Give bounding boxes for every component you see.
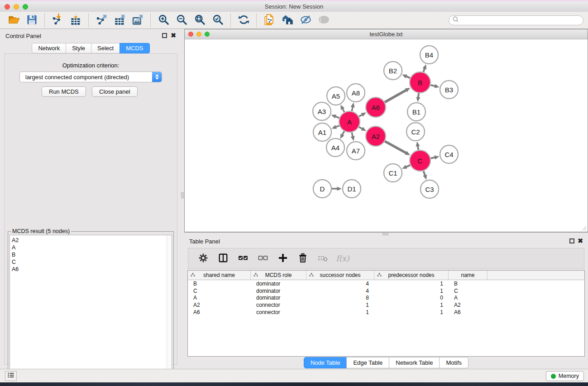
delete-column-button[interactable] xyxy=(296,252,310,265)
table-cell[interactable]: connector xyxy=(251,302,306,308)
run-mcds-button[interactable]: Run MCDS xyxy=(42,86,86,97)
close-panel-button[interactable]: Close panel xyxy=(92,86,138,97)
tab-network[interactable]: Network xyxy=(32,43,66,53)
edge-A6-B[interactable] xyxy=(385,90,407,102)
close-table-panel-icon[interactable]: ✖ xyxy=(578,238,583,244)
eye-icon xyxy=(318,14,330,27)
table-cell[interactable]: 1 xyxy=(374,302,449,308)
table-row[interactable]: A6connector11A6 xyxy=(188,309,584,316)
zoom-out-button[interactable] xyxy=(172,13,191,28)
tab-motifs[interactable]: Motifs xyxy=(439,357,468,368)
import-table-icon xyxy=(70,14,82,27)
result-scrollbar[interactable] xyxy=(167,235,172,384)
zoom-in-button[interactable] xyxy=(154,13,172,28)
import-network-button[interactable] xyxy=(48,13,67,28)
task-history-button[interactable] xyxy=(5,371,17,381)
table-settings-button[interactable] xyxy=(196,252,210,265)
close-panel-icon[interactable]: ✖ xyxy=(171,32,176,38)
table-cell[interactable]: dominator xyxy=(251,281,306,287)
horizontal-splitter[interactable] xyxy=(184,232,588,235)
result-list-item[interactable]: A2 xyxy=(12,237,172,244)
show-graphics-details-button[interactable] xyxy=(315,13,333,28)
node-label-A8: A8 xyxy=(352,89,360,97)
resize-grip-icon[interactable] xyxy=(581,225,587,231)
memory-button[interactable]: Memory xyxy=(546,371,584,381)
float-panel-icon[interactable] xyxy=(162,33,167,38)
criterion-select[interactable]: largest connected component (directed) xyxy=(19,71,162,82)
tab-mcds[interactable]: MCDS xyxy=(120,43,149,53)
column-header-successor-nodes[interactable]: successor nodes xyxy=(306,271,374,280)
node-label-A: A xyxy=(347,118,352,126)
clone-network-button[interactable] xyxy=(260,13,278,28)
table-cell[interactable]: C xyxy=(449,288,488,294)
hide-annotations-button[interactable] xyxy=(296,13,315,28)
table-cell[interactable]: 4 xyxy=(306,281,374,287)
select-all-rows-button[interactable] xyxy=(236,252,250,265)
node-label-C2: C2 xyxy=(411,128,420,136)
table-cell[interactable]: 4 xyxy=(306,288,374,294)
table-cell[interactable]: 1 xyxy=(374,309,449,315)
node-label-B4: B4 xyxy=(425,51,433,59)
network-canvas[interactable]: AA1A3A5A8A4A7A6A2BB1B2B3B4CC1C2C3C4DD1 xyxy=(185,39,588,232)
zoom-selected-button[interactable] xyxy=(209,13,227,28)
table-cell[interactable]: 8 xyxy=(306,295,374,301)
node-label-B3: B3 xyxy=(445,86,453,94)
search-input[interactable] xyxy=(459,16,580,24)
table-cell[interactable]: dominator xyxy=(251,288,306,294)
table-row[interactable]: A2connector11A2 xyxy=(188,301,584,309)
table-cell[interactable]: 1 xyxy=(306,302,374,308)
column-header-shared-name[interactable]: shared name xyxy=(188,271,251,280)
table-cell[interactable]: B xyxy=(188,281,251,287)
table-cell[interactable]: C xyxy=(188,288,251,294)
table-cell[interactable]: 1 xyxy=(306,309,374,315)
table-cell[interactable]: A6 xyxy=(188,309,251,315)
open-session-button[interactable] xyxy=(5,13,23,28)
tab-select[interactable]: Select xyxy=(91,43,120,53)
add-column-button[interactable] xyxy=(276,252,290,265)
tab-network-table[interactable]: Network Table xyxy=(389,357,440,368)
first-neighbors-button[interactable] xyxy=(278,13,296,28)
table-cell[interactable]: A2 xyxy=(449,302,488,308)
vertical-splitter-handle[interactable] xyxy=(181,192,184,198)
deselect-all-rows-button[interactable] xyxy=(256,252,270,265)
result-list-item[interactable]: B xyxy=(12,251,172,258)
import-table-button[interactable] xyxy=(67,13,85,28)
table-cell[interactable]: A2 xyxy=(188,302,251,308)
table-cell[interactable]: A6 xyxy=(449,309,488,315)
arrowhead-icon xyxy=(351,136,355,141)
zoom-fit-button[interactable] xyxy=(191,13,209,28)
table-row[interactable]: Cdominator41C xyxy=(188,287,584,295)
table-cell[interactable]: B xyxy=(449,281,488,287)
export-table-button[interactable] xyxy=(110,13,129,28)
search-box[interactable] xyxy=(449,15,583,25)
table-row[interactable]: Bdominator41B xyxy=(188,280,584,287)
table-cell[interactable]: 1 xyxy=(374,288,449,294)
arrowhead-icon xyxy=(416,142,420,147)
result-list-item[interactable]: C xyxy=(12,258,172,266)
refresh-network-button[interactable] xyxy=(234,13,253,28)
split-view-button[interactable] xyxy=(216,252,230,265)
table-cell[interactable]: 1 xyxy=(374,281,449,287)
export-network-button[interactable] xyxy=(92,13,110,28)
column-header-name[interactable]: name xyxy=(449,271,488,280)
export-image-button[interactable] xyxy=(129,13,147,28)
tab-edge-table[interactable]: Edge Table xyxy=(346,357,389,368)
result-list-item[interactable]: A6 xyxy=(12,266,172,273)
mcds-result-list[interactable]: A2ABCA6 xyxy=(10,235,172,385)
save-icon xyxy=(26,14,38,27)
save-session-button[interactable] xyxy=(23,13,41,28)
table-cell[interactable]: A xyxy=(188,295,251,301)
table-cell[interactable]: 0 xyxy=(374,295,449,301)
edge-A2-C[interactable] xyxy=(385,141,407,153)
column-header-predecessor-nodes[interactable]: predecessor nodes xyxy=(374,271,449,280)
float-table-panel-icon[interactable] xyxy=(569,238,574,243)
result-list-item[interactable]: A xyxy=(12,244,172,251)
tab-node-table[interactable]: Node Table xyxy=(304,357,347,368)
table-cell[interactable]: A xyxy=(449,295,488,301)
table-cell[interactable]: dominator xyxy=(251,295,306,301)
tab-style[interactable]: Style xyxy=(66,43,91,53)
node-label-D1: D1 xyxy=(347,185,356,193)
table-cell[interactable]: connector xyxy=(251,309,306,315)
column-header-MCDS-role[interactable]: MCDS role xyxy=(251,271,306,280)
table-row[interactable]: Adominator80A xyxy=(188,295,584,302)
